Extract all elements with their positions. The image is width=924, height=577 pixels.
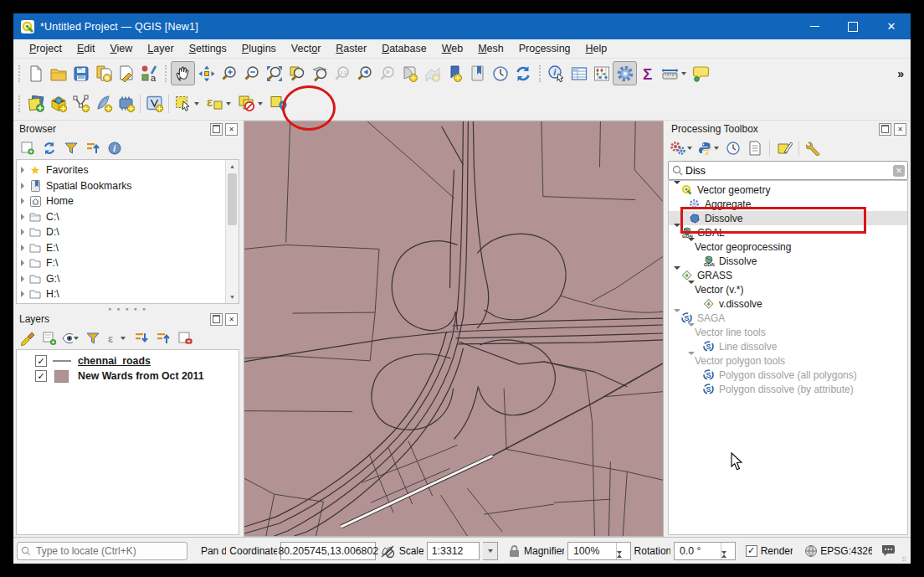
toolbox-group-vector-geometry[interactable]: Vector geometry (669, 183, 907, 197)
new-map-view-button[interactable] (398, 62, 421, 85)
filter-by-expression-button[interactable]: ε (105, 328, 130, 348)
measure-button[interactable] (660, 62, 690, 85)
collapse-icon[interactable] (674, 184, 680, 196)
add-selected-layers-button[interactable] (18, 138, 38, 158)
scale-dropdown-button[interactable] (483, 542, 498, 560)
edit-features-in-place-button[interactable] (774, 138, 794, 158)
menu-processing[interactable]: Processing (511, 41, 578, 56)
toolbox-group-vector-geoprocessing[interactable]: Vector geoprocessing (669, 240, 907, 254)
python-scripts-button[interactable] (696, 138, 721, 158)
add-group-button[interactable] (39, 328, 59, 348)
toolbox-group-grass-vector[interactable]: Vector (v.*) (669, 282, 907, 296)
browser-scrollbar[interactable]: ▲ ▼ (225, 160, 239, 303)
toolbox-search[interactable]: ✕ (668, 161, 908, 180)
toolbox-alg-line-dissolve[interactable]: S Line dissolve (669, 339, 907, 353)
zoom-in-button[interactable] (218, 62, 240, 85)
show-sum-button[interactable]: Σ (637, 62, 660, 85)
browser-item-drive-f[interactable]: F:\ (17, 255, 226, 271)
open-layer-styling-button[interactable] (18, 328, 38, 348)
data-source-manager-button[interactable] (24, 93, 47, 116)
select-by-value-button[interactable] (267, 93, 290, 116)
toolbox-group-gdal[interactable]: GDAL GDAL (669, 225, 907, 240)
lock-scale-icon[interactable] (508, 544, 521, 558)
models-button[interactable] (670, 138, 695, 158)
toolbox-alg-dissolve[interactable]: Dissolve (669, 211, 907, 225)
browser-float-button[interactable] (210, 123, 223, 136)
menu-web[interactable]: Web (434, 41, 470, 56)
resize-grip[interactable]: ⠿ (901, 556, 907, 564)
toolbox-group-vector-line-tools[interactable]: Vector line tools (669, 325, 907, 339)
new-geopackage-layer-button[interactable] (47, 93, 69, 116)
expand-icon[interactable] (17, 229, 28, 235)
toolbar-overflow-button[interactable]: » (897, 67, 904, 80)
menu-mesh[interactable]: Mesh (470, 41, 511, 56)
browser-close-button[interactable]: ✕ (225, 123, 238, 136)
menu-vector[interactable]: Vector (284, 41, 328, 56)
toolbox-group-grass[interactable]: GRASS (669, 268, 907, 282)
toolbar-handle[interactable] (165, 65, 167, 82)
toolbar-handle[interactable] (18, 65, 20, 82)
browser-item-spatial-bookmarks[interactable]: Spatial Bookmarks (17, 178, 226, 194)
zoom-to-layer-button[interactable] (308, 62, 331, 85)
menu-layer[interactable]: Layer (140, 41, 181, 56)
browser-item-favorites[interactable]: ★Favorites (17, 162, 226, 178)
browser-properties-button[interactable]: i (105, 138, 125, 158)
maximize-button[interactable] (834, 13, 872, 39)
locate-box[interactable] (17, 542, 187, 560)
close-button[interactable]: ✕ (872, 13, 911, 39)
manage-map-themes-button[interactable] (61, 328, 81, 348)
deselect-dropdown-icon[interactable] (258, 102, 263, 106)
toolbox-options-button[interactable] (803, 138, 824, 158)
rotation-spinbox[interactable]: 0.0 ° (674, 542, 736, 560)
new-3d-map-view-button[interactable] (421, 62, 444, 85)
collapse-icon[interactable] (674, 227, 680, 239)
toolbox-alg-polygon-dissolve-attr[interactable]: S Polygon dissolve (by attribute) (669, 382, 907, 396)
history-button[interactable] (723, 138, 743, 158)
menu-database[interactable]: Database (374, 41, 434, 56)
spin-down-icon[interactable] (617, 554, 630, 564)
render-checkbox[interactable]: ✓ (746, 545, 757, 557)
toolbox-group-saga[interactable]: S SAGA (669, 311, 907, 325)
zoom-native-button[interactable]: 1:1 (331, 62, 353, 85)
toolbar-handle[interactable] (539, 65, 541, 82)
menu-edit[interactable]: Edit (69, 41, 103, 56)
processing-toolbox-button[interactable] (613, 61, 637, 85)
temporal-controller-button[interactable] (489, 62, 511, 85)
new-spatial-bookmark-button[interactable] (444, 62, 466, 85)
browser-refresh-button[interactable] (39, 138, 59, 158)
layer-checkbox[interactable]: ✓ (35, 355, 47, 367)
refresh-map-button[interactable] (511, 62, 534, 85)
style-manager-button[interactable]: a (137, 62, 160, 85)
expand-icon[interactable] (17, 183, 28, 189)
log-messages-icon[interactable] (880, 544, 896, 558)
deselect-all-button[interactable] (235, 93, 267, 116)
minimize-button[interactable] (795, 13, 834, 39)
select-by-expression-button[interactable]: ε (203, 93, 235, 116)
layers-float-button[interactable] (210, 313, 223, 326)
magnifier-spinbox[interactable]: 100% (567, 542, 631, 560)
toolbar-handle[interactable] (18, 95, 20, 112)
browser-item-drive-d[interactable]: D:\ (17, 224, 226, 240)
browser-item-home[interactable]: Home (17, 193, 226, 209)
collapse-icon[interactable] (674, 270, 680, 281)
new-project-button[interactable] (24, 62, 47, 85)
new-print-layout-button[interactable] (92, 62, 115, 85)
menu-view[interactable]: View (102, 41, 140, 56)
map-canvas[interactable] (244, 121, 664, 537)
expand-icon[interactable] (17, 245, 28, 251)
statistical-summary-button[interactable] (590, 62, 613, 85)
expand-icon[interactable] (17, 276, 28, 282)
browser-item-drive-g[interactable]: G:\ (17, 271, 226, 287)
layer-row-new-wards[interactable]: ✓ New Wards from Oct 2011 (17, 368, 239, 384)
clear-search-icon[interactable]: ✕ (893, 165, 905, 177)
locate-input[interactable] (34, 544, 183, 558)
scripts-dropdown-icon[interactable] (714, 147, 719, 150)
toolbox-group-vector-polygon-tools[interactable]: Vector polygon tools (669, 353, 907, 368)
zoom-next-button[interactable] (376, 62, 398, 85)
measure-dropdown-icon[interactable] (681, 72, 686, 75)
map-tips-button[interactable] (690, 62, 712, 85)
scroll-up-icon[interactable]: ▲ (226, 160, 239, 173)
zoom-full-button[interactable] (263, 62, 285, 85)
toolbox-alg-aggregate[interactable]: Aggregate (669, 197, 907, 211)
toolbox-alg-gdal-dissolve[interactable]: GDAL Dissolve (669, 254, 907, 268)
